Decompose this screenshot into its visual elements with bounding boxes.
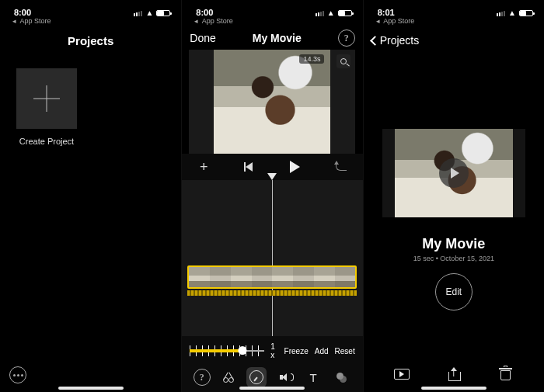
editor-nav: Done My Movie ?: [182, 26, 362, 50]
cell-signal-icon: [316, 11, 324, 16]
wifi-icon: ▲: [145, 9, 153, 17]
ellipsis-icon: [13, 374, 23, 376]
skip-back-icon: [244, 162, 255, 172]
play-icon: [290, 161, 300, 173]
video-preview[interactable]: 14.3s: [189, 50, 355, 154]
back-link-label: App Store: [20, 17, 51, 25]
text-icon: T: [309, 371, 316, 384]
undo-icon: [336, 163, 347, 171]
battery-icon: [156, 10, 170, 16]
done-button[interactable]: Done: [190, 32, 215, 44]
speedometer-icon: [249, 370, 263, 384]
help-button-2[interactable]: ?: [194, 369, 211, 386]
speed-tool[interactable]: [246, 367, 267, 387]
split-tool[interactable]: [218, 367, 239, 387]
freeze-button[interactable]: Freeze: [284, 347, 309, 356]
delete-button[interactable]: [492, 363, 518, 386]
create-project-square: [16, 68, 77, 129]
slider-knob[interactable]: [238, 346, 246, 355]
back-to-app-store[interactable]: ◂ App Store: [364, 17, 544, 26]
filters-tool[interactable]: [331, 367, 351, 387]
back-label: Projects: [380, 34, 420, 47]
edit-label: Edit: [445, 286, 462, 297]
share-button[interactable]: [441, 363, 467, 386]
projects-grid: Create Project: [0, 54, 181, 160]
share-icon: [448, 367, 459, 381]
project-title: My Movie: [422, 236, 485, 252]
clock: 8:01: [378, 8, 395, 17]
back-link-label: App Store: [383, 17, 414, 25]
nav-bar: Projects: [364, 26, 544, 54]
status-icons: ▲: [497, 9, 533, 17]
help-button[interactable]: ?: [338, 29, 355, 47]
page-title: Projects: [68, 34, 113, 47]
playhead-marker-icon: [267, 173, 277, 180]
cell-signal-icon: [134, 11, 142, 16]
status-bar: 8:00 ▲: [182, 0, 362, 17]
add-media-button[interactable]: +: [194, 158, 213, 176]
timeline[interactable]: [182, 180, 362, 336]
screen-editor: 8:00 ▲ ◂ App Store Done My Movie ? 14.3s…: [181, 0, 362, 392]
back-link-label: App Store: [202, 17, 233, 25]
project-thumbnail[interactable]: [382, 129, 525, 217]
audio-waveform: [187, 290, 357, 296]
movie-title: My Movie: [253, 32, 302, 44]
back-to-app-store[interactable]: ◂ App Store: [182, 17, 362, 26]
home-indicator[interactable]: [58, 387, 124, 390]
play-button[interactable]: [286, 158, 305, 176]
status-bar: 8:00 ▲: [0, 0, 181, 17]
speed-controls: 1 x Freeze Add Reset: [182, 336, 362, 363]
status-icons: ▲: [316, 9, 352, 17]
wifi-icon: ▲: [327, 9, 335, 17]
battery-icon: [519, 10, 533, 16]
reset-speed-button[interactable]: Reset: [335, 347, 355, 356]
home-indicator[interactable]: [421, 387, 486, 390]
video-clip[interactable]: [187, 265, 357, 289]
home-indicator[interactable]: [239, 387, 305, 390]
trash-icon: [500, 368, 511, 380]
playhead-line[interactable]: [272, 180, 273, 336]
magnifier-icon: [340, 58, 347, 64]
back-to-app-store[interactable]: ◂ App Store: [0, 17, 181, 26]
timestamp-badge: 14.3s: [299, 54, 324, 64]
titles-tool[interactable]: T: [303, 367, 323, 387]
chevron-left-icon: [371, 34, 380, 47]
clock: 8:00: [14, 8, 31, 17]
edit-button[interactable]: Edit: [435, 273, 473, 310]
screen-project-detail: 8:01 ▲ ◂ App Store Projects My Movie 15 …: [363, 0, 544, 392]
screen-projects: 8:00 ▲ ◂ App Store Projects Create Proje…: [0, 0, 181, 392]
play-fullscreen-button[interactable]: [389, 363, 415, 386]
project-detail: My Movie 15 sec • October 15, 2021 Edit: [364, 54, 544, 392]
create-project-label: Create Project: [19, 137, 74, 146]
status-bar: 8:01 ▲: [364, 0, 544, 17]
create-project-tile[interactable]: Create Project: [11, 68, 82, 146]
battery-icon: [338, 10, 352, 16]
filters-icon: [337, 373, 347, 383]
volume-tool[interactable]: [275, 367, 295, 387]
wifi-icon: ▲: [508, 9, 516, 17]
tv-play-icon: [394, 369, 410, 380]
speed-slider[interactable]: [190, 345, 264, 356]
play-overlay[interactable]: [439, 158, 469, 188]
speaker-icon: [280, 373, 290, 381]
project-meta: 15 sec • October 15, 2021: [413, 255, 494, 262]
scissors-icon: [223, 372, 234, 383]
play-icon: [451, 168, 459, 179]
tool-zone: 1 x Freeze Add Reset ? T: [182, 336, 362, 392]
undo-button[interactable]: [332, 158, 350, 176]
question-icon: ?: [344, 33, 349, 43]
cell-signal-icon: [497, 11, 505, 16]
more-button[interactable]: [9, 366, 26, 383]
plus-icon: [33, 85, 60, 112]
skip-back-button[interactable]: [240, 158, 259, 176]
speed-rate-label: 1 x: [270, 342, 277, 359]
nav-bar: Projects: [0, 26, 181, 54]
preview-frame: [214, 50, 330, 154]
clock: 8:00: [196, 8, 213, 17]
zoom-button[interactable]: [337, 54, 350, 68]
status-icons: ▲: [134, 9, 170, 17]
question-icon: ?: [200, 373, 204, 382]
add-speed-button[interactable]: Add: [315, 347, 329, 356]
back-button[interactable]: Projects: [371, 26, 420, 54]
